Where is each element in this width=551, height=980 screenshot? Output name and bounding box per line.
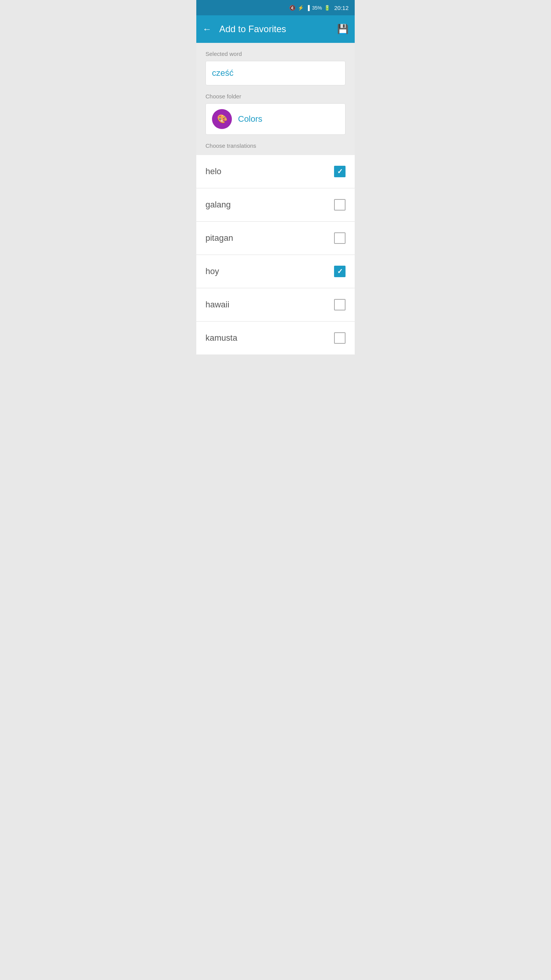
folder-icon-circle: 🎨	[212, 109, 232, 129]
app-bar-left: ← Add to Favorites	[202, 24, 286, 34]
translations-list: helogalangpitaganhoyhawaiikamusta	[196, 155, 355, 354]
selected-word-label: Selected word	[205, 51, 346, 57]
back-button[interactable]: ←	[202, 24, 212, 34]
translation-text: hawaii	[205, 300, 229, 310]
translation-item: hoy	[196, 255, 355, 288]
folder-selector[interactable]: 🎨 Colors	[205, 103, 346, 135]
content-section: Selected word cześć Choose folder 🎨 Colo…	[196, 43, 355, 155]
translation-checkbox[interactable]	[334, 266, 346, 277]
bluetooth-icon: ⚡	[298, 5, 304, 11]
selected-word-box[interactable]: cześć	[205, 61, 346, 85]
app-bar-title: Add to Favorites	[219, 24, 286, 34]
translation-checkbox[interactable]	[334, 166, 346, 177]
translation-text: kamusta	[205, 333, 237, 343]
translation-item: galang	[196, 188, 355, 222]
status-bar: 🔇 ⚡ ▐ 35% 🔋 20:12	[196, 0, 355, 15]
translation-item: helo	[196, 155, 355, 188]
translation-text: pitagan	[205, 233, 233, 243]
status-icons: 🔇 ⚡ ▐ 35% 🔋 20:12	[289, 5, 349, 11]
signal-icon: ▐	[306, 5, 310, 11]
folder-name: Colors	[238, 114, 262, 124]
app-bar: ← Add to Favorites 💾	[196, 15, 355, 43]
translation-item: kamusta	[196, 322, 355, 354]
translation-text: helo	[205, 167, 222, 176]
battery-percentage: 35%	[312, 5, 322, 11]
choose-translations-label: Choose translations	[205, 142, 346, 149]
status-time: 20:12	[334, 5, 349, 11]
translation-item: pitagan	[196, 222, 355, 255]
translation-checkbox[interactable]	[334, 332, 346, 344]
palette-icon: 🎨	[217, 114, 227, 124]
choose-folder-label: Choose folder	[205, 93, 346, 100]
translation-checkbox[interactable]	[334, 199, 346, 211]
translation-checkbox[interactable]	[334, 232, 346, 244]
translation-text: hoy	[205, 266, 219, 276]
translation-text: galang	[205, 200, 231, 210]
selected-word-value: cześć	[212, 68, 233, 78]
save-button[interactable]: 💾	[337, 24, 349, 34]
translation-checkbox[interactable]	[334, 299, 346, 310]
mute-icon: 🔇	[289, 5, 295, 11]
translation-item: hawaii	[196, 288, 355, 322]
battery-icon: 🔋	[324, 5, 330, 11]
